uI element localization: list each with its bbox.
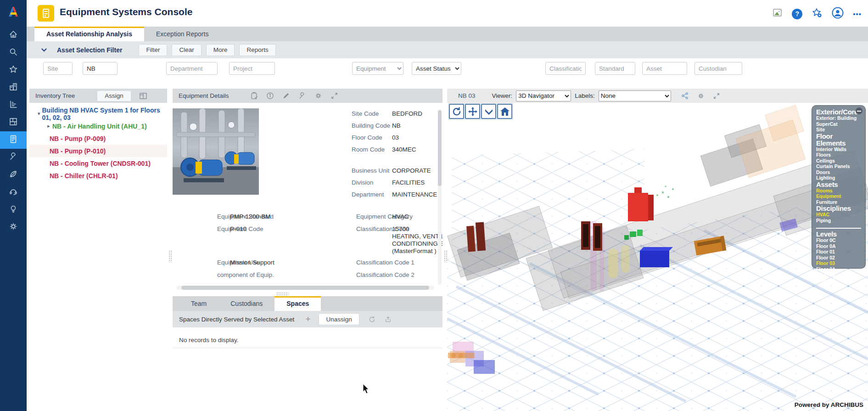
assign-button[interactable]: Assign (97, 90, 131, 101)
tree-node-chiller[interactable]: NB - Chiller (CHLR-01) (29, 169, 167, 182)
classification-input[interactable] (545, 62, 586, 75)
add-icon[interactable]: + (305, 314, 310, 324)
broken-image-icon[interactable] (773, 8, 783, 19)
site-value-input[interactable] (83, 62, 118, 75)
chevron-down-icon[interactable] (40, 46, 48, 54)
clear-button[interactable]: Clear (172, 44, 201, 56)
tab-asset-relationship-analysis[interactable]: Asset Relationship Analysis (34, 27, 144, 41)
tree-node-ahu[interactable]: ▸ NB - Air Handling Unit (AHU_1) (29, 120, 167, 132)
sidebar-item-maintenance[interactable] (0, 149, 27, 166)
sidebar-item-favorites[interactable] (0, 62, 27, 79)
clipboard-icon[interactable] (250, 92, 258, 100)
wrench-icon[interactable] (298, 92, 306, 100)
details-horizontal-scrollbar[interactable] (176, 286, 434, 290)
rotate-tool-button[interactable] (449, 104, 464, 119)
legend-item[interactable]: Doors (816, 169, 861, 175)
legend-item[interactable]: Floor 0A (816, 243, 861, 249)
home-view-tool-button[interactable] (497, 104, 512, 119)
labels-select[interactable]: None (599, 90, 671, 101)
info-icon[interactable] (266, 92, 274, 100)
sidebar-item-service-desk[interactable] (0, 184, 27, 201)
viewer-gear-icon[interactable] (697, 92, 705, 100)
site-input[interactable] (43, 62, 73, 75)
legend-item[interactable]: Site (816, 127, 861, 133)
tree-node-pump-010[interactable]: NB - Pump (P-010) (29, 145, 167, 157)
legend-item[interactable]: Exterior: Building (816, 115, 861, 121)
reports-button[interactable]: Reports (239, 44, 275, 56)
sidebar-item-real-estate[interactable] (0, 79, 27, 96)
3d-blue-equipment[interactable] (640, 247, 673, 267)
legend-item-hvac[interactable]: HVAC (816, 212, 861, 218)
more-button[interactable]: More (206, 44, 235, 56)
legend-item[interactable]: Interior Walls (816, 146, 861, 152)
custodian-input[interactable] (694, 62, 742, 75)
legend-item[interactable]: Floor 05 (816, 272, 861, 278)
sidebar-item-ideas[interactable] (0, 201, 27, 219)
splitter-handle-horizontal[interactable] (276, 292, 288, 295)
user-avatar-icon[interactable] (832, 7, 844, 21)
viewer-select[interactable]: 3D Navigator (516, 90, 571, 101)
more-menu-icon[interactable]: ••• (853, 10, 862, 18)
filter-button[interactable]: Filter (139, 44, 167, 56)
splitter-handle-left[interactable] (168, 250, 172, 262)
legend-item-floor-03[interactable]: Floor 03 (816, 260, 861, 266)
legend-item[interactable]: Floor 01 (816, 249, 861, 255)
sidebar-item-settings[interactable] (0, 219, 27, 236)
asset-input[interactable] (642, 62, 687, 75)
sidebar-item-projects[interactable] (0, 96, 27, 114)
legend-item[interactable]: Ceilings (816, 158, 861, 164)
3d-yellow-cylinder[interactable] (609, 249, 618, 278)
tab-custodians[interactable]: Custodians (218, 296, 274, 311)
sidebar-nav (0, 27, 27, 236)
refresh-icon[interactable] (369, 316, 375, 323)
standard-input[interactable] (595, 62, 635, 75)
zoom-extents-tool-button[interactable] (481, 104, 496, 119)
splitter-handle-right[interactable] (444, 250, 447, 262)
unassign-button[interactable]: Unassign (319, 313, 359, 325)
viewer-canvas[interactable]: Exterior/Core Exterior: Building SuperCa… (447, 103, 868, 411)
tab-spaces[interactable]: Spaces (274, 296, 321, 311)
project-input[interactable] (229, 62, 275, 75)
legend-item[interactable]: Floor 06 (816, 278, 861, 284)
tab-exception-reports[interactable]: Exception Reports (144, 27, 220, 41)
favorite-add-icon[interactable] (812, 7, 823, 20)
sidebar-item-search[interactable] (0, 44, 27, 62)
legend-item[interactable]: Floor 02 (816, 255, 861, 261)
tree-node-cooling-tower[interactable]: NB - Cooling Tower (CNDSR-001) (29, 157, 167, 169)
legend-item[interactable]: Floors (816, 152, 861, 158)
department-input[interactable] (166, 62, 218, 75)
legend-item[interactable]: Curtain Panels (816, 163, 861, 169)
tree-collapsed-icon[interactable]: ▸ (45, 123, 52, 129)
legend-item[interactable]: Lighting (816, 175, 861, 181)
details-vertical-scrollbar[interactable] (438, 109, 442, 285)
share-icon[interactable] (681, 92, 689, 100)
edit-pencil-icon[interactable] (282, 92, 290, 100)
asset-status-select[interactable]: Asset Status (412, 62, 461, 75)
sidebar-item-space[interactable] (0, 114, 27, 131)
export-icon[interactable] (385, 316, 392, 323)
3d-scene[interactable] (447, 103, 868, 411)
archibus-logo-icon[interactable] (0, 0, 27, 24)
columns-icon[interactable] (140, 93, 147, 99)
legend-item[interactable]: Floor 0C (816, 237, 861, 243)
tree-node-building[interactable]: ▾ Building NB HVAC System 1 for Floors 0… (29, 107, 167, 120)
legend-item[interactable]: Floor 04 (816, 266, 861, 272)
expand-icon[interactable] (330, 92, 338, 100)
sidebar-item-home[interactable] (0, 27, 27, 44)
legend-collapse-icon[interactable] (856, 107, 862, 114)
tab-team[interactable]: Team (179, 296, 218, 311)
sidebar-item-sustainability[interactable] (0, 166, 27, 184)
pan-tool-button[interactable] (465, 104, 480, 119)
help-icon[interactable]: ? (792, 9, 802, 19)
legend-item-equipment[interactable]: Equipment (816, 193, 861, 199)
3d-yellow-cylinder-2[interactable] (622, 245, 630, 273)
tree-node-pump-009[interactable]: NB - Pump (P-009) (29, 132, 167, 145)
tree-expanded-icon[interactable]: ▾ (36, 111, 42, 117)
legend-item[interactable]: SuperCat (816, 121, 861, 127)
settings-gear-icon[interactable] (314, 92, 322, 100)
legend-item[interactable]: Piping (816, 218, 861, 224)
sidebar-item-equipment[interactable] (0, 131, 27, 149)
viewer-expand-icon[interactable] (713, 92, 720, 100)
equipment-select[interactable]: Equipment (352, 62, 403, 75)
legend-item-rooms[interactable]: Rooms (816, 188, 861, 194)
